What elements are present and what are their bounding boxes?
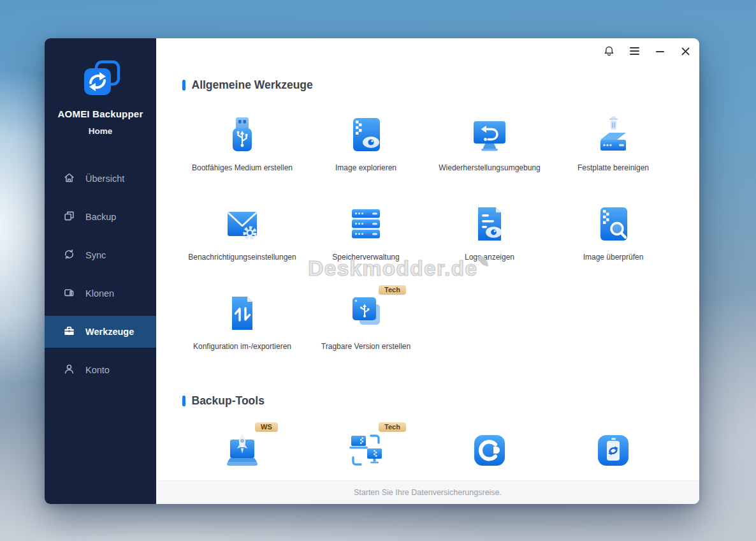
desktop-background: { "sidebar": { "app_name": "AOMEI Backup… [0, 0, 756, 541]
tool-label: Image überprüfen [583, 253, 644, 262]
pc-transfer-icon [345, 430, 386, 471]
sidebar-nav: Übersicht Backup Sync [45, 163, 156, 392]
sidebar-item-label: Sync [85, 250, 106, 260]
tool-bootfaehiges-medium[interactable]: Bootfähiges Medium erstellen [180, 113, 304, 202]
main-content: Allgemeine Werkzeuge [156, 38, 699, 504]
home-icon [63, 172, 75, 186]
status-bar: Starten Sie Ihre Datenversicherungsreise… [156, 480, 699, 504]
sidebar-item-klonen[interactable]: Klonen [45, 278, 156, 309]
tool-image-explorieren[interactable]: Image explorieren [304, 113, 428, 202]
aomei-sync-logo-icon [80, 89, 122, 100]
tech-badge: Tech [379, 422, 406, 432]
tool-label: Festplatte bereinigen [578, 163, 649, 172]
account-person-icon [63, 363, 75, 377]
minimize-icon[interactable] [654, 45, 665, 57]
usb-stick-icon [222, 114, 263, 155]
deskmodder-watermark: Deskmodder.de✎ [308, 254, 490, 281]
disk-cleanup-icon [593, 114, 634, 155]
tool-label: Image explorieren [335, 163, 396, 172]
sidebar-item-label: Backup [85, 212, 116, 222]
tool-label: Tragbare Version erstellen [321, 342, 411, 351]
toolbox-icon [63, 325, 75, 339]
sidebar: AOMEI Backupper Home Übersicht Backup [45, 38, 156, 504]
notification-bell-icon[interactable] [603, 45, 614, 57]
tech-badge: Tech [379, 285, 406, 295]
zip-verify-icon [593, 204, 634, 244]
sync-arrows-icon [63, 248, 75, 262]
tool-konfiguration-im-exportieren[interactable]: Konfiguration im-/exportieren [180, 292, 304, 381]
sidebar-item-konto[interactable]: Konto [45, 354, 156, 386]
portable-version-icon [345, 293, 386, 334]
section-title-backup-tools: Backup-Tools [182, 394, 265, 408]
cloud-backup-app-icon [469, 430, 510, 471]
app-window: AOMEI Backupper Home Übersicht Backup [45, 38, 699, 504]
tool-festplatte-bereinigen[interactable]: Festplatte bereinigen [551, 113, 675, 202]
storage-servers-icon [345, 204, 386, 244]
backup-copy-icon [63, 210, 75, 224]
sidebar-item-sync[interactable]: Sync [45, 239, 156, 271]
monitor-restore-icon [469, 114, 510, 155]
sidebar-item-uebersicht[interactable]: Übersicht [45, 163, 156, 195]
general-tools-grid: Bootfähiges Medium erstellen Image explo… [180, 113, 675, 381]
app-edition: Home [45, 126, 156, 136]
tool-tragbare-version[interactable]: Tech Tragbare Version erstellen [304, 292, 428, 381]
tool-label: Bootfähiges Medium erstellen [192, 163, 293, 172]
tool-label: Benachrichtigungseinstellungen [188, 253, 296, 262]
phone-backup-app-icon [593, 430, 634, 471]
window-titlebar [603, 45, 691, 57]
mail-settings-icon [222, 204, 263, 244]
zip-eye-icon [345, 114, 386, 155]
section-title-allgemeine-werkzeuge: Allgemeine Werkzeuge [182, 78, 313, 92]
sidebar-item-label: Klonen [85, 288, 114, 299]
config-transfer-icon [222, 293, 263, 334]
pen-icon: ✎ [477, 254, 490, 270]
tool-label: Konfiguration im-/exportieren [193, 342, 291, 351]
tool-label: Wiederherstellungsumgebung [439, 163, 540, 172]
hamburger-menu-icon[interactable] [629, 45, 640, 57]
tool-wiederherstellungsumgebung[interactable]: Wiederherstellungsumgebung [428, 113, 551, 202]
laptop-rocket-icon [222, 430, 263, 471]
sidebar-item-werkzeuge[interactable]: Werkzeuge [45, 316, 156, 348]
section-accent-bar [182, 396, 185, 406]
sidebar-item-label: Werkzeuge [85, 327, 134, 337]
ws-badge: WS [255, 422, 278, 432]
sidebar-item-label: Konto [85, 365, 110, 375]
tool-benachrichtigungseinstellungen[interactable]: Benachrichtigungseinstellungen [180, 202, 304, 292]
app-logo-block: AOMEI Backupper Home [45, 38, 156, 136]
tool-image-ueberpruefen[interactable]: Image überprüfen [551, 202, 675, 292]
status-text: Starten Sie Ihre Datenversicherungsreise… [354, 488, 502, 497]
sidebar-item-backup[interactable]: Backup [45, 201, 156, 233]
clone-icon [63, 286, 75, 300]
section-title-text: Allgemeine Werkzeuge [192, 78, 313, 92]
close-icon[interactable] [680, 45, 691, 57]
log-view-icon [469, 204, 510, 244]
app-name: AOMEI Backupper [45, 108, 156, 119]
section-title-text: Backup-Tools [192, 394, 265, 408]
sidebar-item-label: Übersicht [85, 174, 124, 184]
section-accent-bar [182, 80, 185, 91]
